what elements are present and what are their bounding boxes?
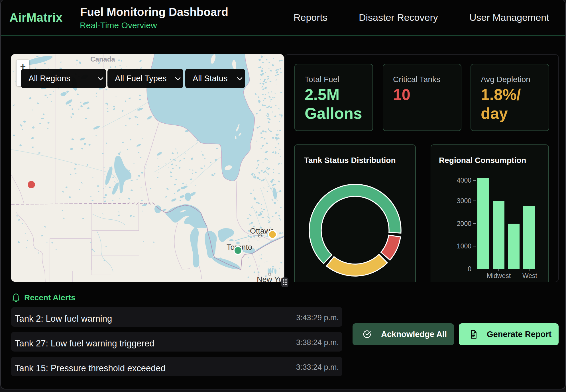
svg-text:0: 0: [468, 265, 471, 273]
svg-text:3000: 3000: [457, 197, 471, 205]
svg-text:New York: New York: [257, 275, 284, 282]
svg-text:Midwest: Midwest: [487, 272, 511, 279]
svg-text:Canada: Canada: [90, 55, 115, 63]
svg-text:4000: 4000: [457, 177, 471, 184]
svg-text:1000: 1000: [457, 242, 471, 250]
svg-text:2000: 2000: [457, 220, 471, 227]
svg-text:West: West: [522, 272, 538, 279]
